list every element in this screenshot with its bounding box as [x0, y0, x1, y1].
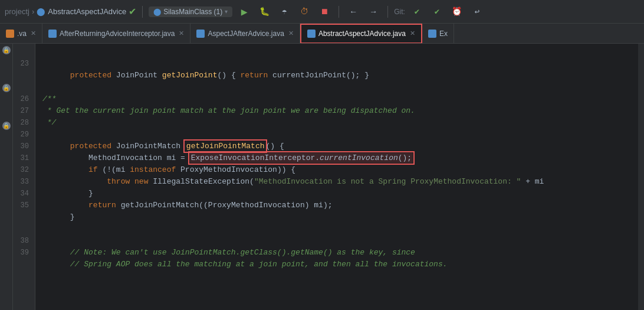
tab-aspectjafter[interactable]: AspectJAfterAdvice.java ✕: [190, 24, 300, 44]
debug-button[interactable]: 🐛: [256, 4, 272, 20]
breadcrumb-project: projectj: [5, 7, 29, 16]
editor-container: 🔒 🔒 🔒 23 26 27 28 29 30 31 32 33 34 35 3…: [0, 44, 644, 310]
tab-label-ex: Ex: [439, 30, 448, 38]
sep3: [387, 6, 388, 18]
breadcrumb-icon: ⬤: [37, 7, 45, 16]
tab-icon-ex: [428, 30, 436, 38]
code-line-14: }: [42, 200, 638, 211]
back-button[interactable]: ←: [345, 4, 362, 20]
tab-close-va[interactable]: ✕: [31, 30, 36, 37]
code-line-17: // Note: We can't use JoinPointMatch.get…: [42, 235, 638, 247]
code-line-6: * Get the current join point match at th…: [42, 105, 638, 117]
sep2: [339, 6, 339, 18]
tab-label-va: .va: [17, 30, 27, 38]
left-margin: 🔒 🔒 🔒: [0, 44, 13, 310]
tab-label-after: AfterReturningAdviceInterceptor.java: [60, 30, 175, 38]
tab-label-aspectj: AspectJAfterAdvice.java: [208, 30, 284, 38]
run-config-arrow: ▾: [225, 8, 228, 15]
forward-button[interactable]: →: [365, 4, 382, 20]
sep1: [142, 6, 143, 18]
coverage-button[interactable]: ☂: [276, 4, 293, 20]
git-check1-button[interactable]: ✔: [409, 4, 425, 20]
tab-icon-after: [48, 30, 57, 38]
tab-icon-va: [6, 30, 14, 38]
tab-ex[interactable]: Ex: [422, 24, 454, 44]
tab-close-abstract[interactable]: ✕: [410, 30, 415, 37]
code-line-5: /**: [42, 93, 638, 105]
tab-close-aspectj[interactable]: ✕: [288, 30, 294, 37]
checkmark-icon: ✔: [129, 6, 136, 17]
git-label: Git:: [394, 8, 405, 16]
git-clock-button[interactable]: ⏰: [449, 4, 465, 20]
tab-icon-aspectj: [196, 30, 205, 38]
vertical-scrollbar[interactable]: [638, 44, 644, 310]
margin-icon-4: [2, 103, 11, 111]
run-config-label: SilasMainClass (1): [163, 8, 222, 16]
code-line-15: [42, 211, 638, 223]
margin-icon-1: 🔒: [2, 46, 11, 54]
undo-button[interactable]: ↩: [469, 4, 485, 20]
stop-button[interactable]: ⏹: [316, 4, 333, 20]
run-button[interactable]: ▶: [236, 4, 252, 20]
code-line-2: protected JoinPoint getJoinPoint() { ret…: [42, 58, 638, 70]
tab-close-after[interactable]: ✕: [179, 30, 184, 37]
git-check2-button[interactable]: ✔: [429, 4, 445, 20]
profile-button[interactable]: ⏱: [296, 4, 313, 20]
tab-va[interactable]: .va ✕: [0, 24, 42, 44]
code-area[interactable]: protected JoinPoint getJoinPoint() { ret…: [35, 44, 638, 310]
line-numbers: 23 26 27 28 29 30 31 32 33 34 35 38 39: [13, 44, 35, 310]
code-line-1: [42, 46, 638, 58]
code-line-7: */: [42, 117, 638, 129]
tab-label-abstract: AbstractAspectJAdvice.java: [318, 30, 406, 38]
tab-afterreturning[interactable]: AfterReturningAdviceInterceptor.java ✕: [42, 24, 190, 44]
breadcrumb-class: AbstractAspectJAdvice: [48, 7, 126, 16]
toolbar: projectj › ⬤ AbstractAspectJAdvice ✔ ⬤ S…: [0, 0, 644, 24]
margin-icon-3: 🔒: [2, 84, 11, 92]
code-line-8: protected JoinPointMatch getJoinPointMat…: [42, 129, 638, 141]
code-line-16: [42, 223, 638, 235]
margin-icon-2: [2, 65, 11, 73]
run-config-selector[interactable]: ⬤ SilasMainClass (1) ▾: [149, 6, 232, 17]
tab-bar: .va ✕ AfterReturningAdviceInterceptor.ja…: [0, 24, 644, 44]
code-line-13: return getJoinPointMatch((ProxyMethodInv…: [42, 188, 638, 200]
code-line-18: // Spring AOP does all the matching at a…: [42, 247, 638, 259]
run-config-icon: ⬤: [153, 8, 161, 16]
breadcrumb: projectj › ⬤ AbstractAspectJAdvice ✔: [5, 6, 136, 17]
code-line-10: if (!(mi instanceof ProxyMethodInvocatio…: [42, 152, 638, 164]
tab-abstract[interactable]: AbstractAspectJAdvice.java ✕: [300, 24, 422, 44]
tab-icon-abstract: [307, 30, 316, 38]
code-line-12: }: [42, 176, 638, 188]
code-line-4: [42, 81, 638, 93]
margin-icon-5: 🔒: [2, 122, 11, 130]
code-line-11: throw new IllegalStateException("MethodI…: [42, 164, 638, 176]
code-line-9: MethodInvocation mi = ExposeInvocationIn…: [42, 141, 638, 152]
code-line-3: [42, 70, 638, 81]
